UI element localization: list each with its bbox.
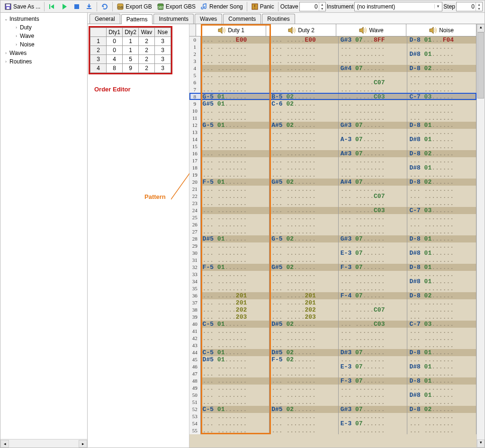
tracker-cell[interactable]: ... ........ (339, 242, 408, 250)
tracker-cell[interactable]: ... ........ (269, 385, 339, 392)
tracker-row[interactable]: 4... ........... ........G#4 07......D-8… (189, 65, 476, 72)
sidebar-hscroll[interactable]: ◂▸ (0, 439, 87, 448)
tracker-cell[interactable]: ... ........ (201, 420, 270, 427)
tracker-cell[interactable]: ... ........ (407, 214, 476, 221)
expand-icon[interactable]: › (14, 42, 19, 47)
scroll-left-icon[interactable]: ◂ (0, 440, 9, 448)
tracker-cell[interactable]: ... ........ (201, 207, 270, 214)
tracker-row[interactable]: 13... ........... ........... ..........… (189, 129, 476, 136)
tracker-cell[interactable]: ... ........ (201, 342, 270, 349)
tracker-cell[interactable]: D#5 01...... (201, 235, 270, 242)
tracker-row[interactable]: 46... ........... ........E-3 07......D#… (189, 363, 476, 370)
tracker-cell[interactable]: ... ........ (201, 150, 270, 157)
panic-button[interactable]: ! Panic (249, 2, 276, 11)
tracker-cell[interactable]: ... ........ (269, 363, 339, 370)
tracker-cell[interactable]: D#8 01...... (407, 250, 476, 257)
tab-waves[interactable]: Waves (195, 14, 222, 24)
tracker-cell[interactable]: ... ........ (407, 157, 476, 164)
tracker-row[interactable]: 44C-5 01......D#5 02......D#3 07......D-… (189, 349, 476, 356)
tracker-row[interactable]: 23... ........... ........... ..........… (189, 200, 476, 207)
octave-input[interactable] (300, 3, 319, 10)
tracker-cell[interactable]: ... ........ (339, 44, 408, 51)
tracker-cell[interactable]: ... ........ (269, 136, 339, 143)
tracker-row[interactable]: 36... .....201... .....201F-4 07......D-… (189, 292, 476, 299)
channel-header-duty2[interactable]: Duty 2 (266, 24, 336, 36)
tracker-cell[interactable]: ... ........ (201, 257, 270, 264)
tracker-cell[interactable]: D-8 02...... (407, 292, 476, 299)
tracker-cell[interactable]: ... ........ (339, 221, 408, 228)
tracker-cell[interactable]: ... ........ (269, 250, 339, 257)
tracker-cell[interactable]: ... .....C07 (339, 306, 408, 314)
tracker-cell[interactable]: ... ........ (201, 271, 270, 278)
tracker-cell[interactable]: ... ........ (269, 328, 339, 335)
tracker-cell[interactable]: ... ........ (339, 143, 408, 150)
tracker-cell[interactable]: ... ........ (201, 377, 270, 385)
tracker-body[interactable]: 0... .....E00... .....E00G#3 07...8FFD-8… (189, 36, 476, 448)
tracker-cell[interactable]: ... ........ (269, 420, 339, 427)
tracker-cell[interactable]: D#8 01...... (407, 278, 476, 285)
tracker-cell[interactable]: D-8 02...... (407, 406, 476, 413)
tracker-cell[interactable]: ... ........ (201, 171, 270, 179)
tracker-row[interactable]: 25... ........... ........... ..........… (189, 214, 476, 221)
tracker-cell[interactable]: ... ........ (269, 342, 339, 349)
tracker-cell[interactable]: ... ........ (269, 108, 339, 115)
tracker-row[interactable]: 55... ........... ........... ..........… (189, 427, 476, 434)
tracker-row[interactable]: 20F-5 01......G#5 02......A#4 07......D-… (189, 179, 476, 186)
tracker-cell[interactable]: ... ........ (201, 242, 270, 250)
tracker-cell[interactable]: ... ........ (269, 271, 339, 278)
tracker-cell[interactable]: ... ........ (269, 278, 339, 285)
tracker-cell[interactable]: ... ........ (269, 44, 339, 51)
tracker-row[interactable]: 6... ........... ........... .....C07...… (189, 79, 476, 86)
tracker-row[interactable]: 35... ........... ........... ..........… (189, 285, 476, 292)
tracker-cell[interactable]: ... ........ (201, 370, 270, 377)
tracker-cell[interactable]: ... ........ (201, 335, 270, 342)
tracker-row[interactable]: 54... ........... ........E-3 07........… (189, 420, 476, 427)
tracker-cell[interactable]: F-4 07...... (339, 292, 408, 299)
tracker-cell[interactable]: ... ........ (339, 108, 408, 115)
tracker-cell[interactable]: ... ........ (407, 356, 476, 363)
tracker-cell[interactable]: ... ........ (339, 129, 408, 136)
tracker-row[interactable]: 27... ........... ........... ..........… (189, 228, 476, 235)
tracker-cell[interactable]: G#3 07...... (339, 406, 408, 413)
tracker-cell[interactable]: D-8 01...... (407, 377, 476, 385)
tracker-cell[interactable]: F-5 01...... (201, 264, 270, 271)
chevron-up-icon[interactable]: ▲ (476, 2, 482, 7)
tracker-row[interactable]: 33... ........... ........... ..........… (189, 271, 476, 278)
tracker-cell[interactable]: ... ........ (269, 58, 339, 65)
tracker-cell[interactable]: ... ........ (269, 129, 339, 136)
tracker-cell[interactable]: ... ........ (201, 193, 270, 200)
tracker-cell[interactable]: ... ........ (339, 285, 408, 292)
tracker-cell[interactable]: ... .....C03 (339, 207, 408, 214)
tracker-cell[interactable]: ... ........ (407, 186, 476, 193)
tab-routines[interactable]: Routines (262, 14, 295, 24)
tracker-cell[interactable]: ... ........ (407, 328, 476, 335)
tracker-cell[interactable]: ... .....C07 (339, 79, 408, 86)
tracker-row[interactable]: 52C-5 01......D#5 02......G#3 07......D-… (189, 406, 476, 413)
tracker-cell[interactable]: ... ........ (269, 221, 339, 228)
tracker-row[interactable]: 17... ........... ........... ..........… (189, 157, 476, 164)
tracker-cell[interactable]: ... ........ (407, 129, 476, 136)
tracker-cell[interactable]: C-7 03...... (407, 207, 476, 214)
tracker-cell[interactable]: D#8 01...... (407, 51, 476, 58)
instrument-combo[interactable]: (no instrument) ▼ (354, 2, 442, 11)
tracker-cell[interactable]: G-5 01...... (201, 93, 270, 100)
loop-button[interactable] (99, 2, 110, 11)
tracker-row[interactable]: 18... ........... ........... ........D#… (189, 164, 476, 171)
tracker-row[interactable]: 39... .....203... .....203... ..........… (189, 314, 476, 321)
tracker-cell[interactable]: D-8 02...... (407, 179, 476, 186)
tracker-row[interactable]: 49... ........... ........... ..........… (189, 385, 476, 392)
tracker-cell[interactable]: ... ........ (407, 115, 476, 122)
tracker-cell[interactable]: ... ........ (339, 427, 408, 434)
tracker-cell[interactable]: ... ........ (407, 100, 476, 108)
tracker-cell[interactable]: ... .....E00 (269, 36, 339, 44)
tracker-cell[interactable]: C-5 01...... (201, 349, 270, 356)
tree-node-duty[interactable]: ›Duty (0, 23, 87, 32)
scroll-up-icon[interactable]: ▴ (477, 24, 485, 32)
tracker-cell[interactable]: ... ........ (201, 363, 270, 370)
tracker-row[interactable]: 3... ........... ........... ...........… (189, 58, 476, 65)
tracker-cell[interactable]: ... ........ (201, 413, 270, 420)
chevron-down-icon[interactable]: ▼ (434, 4, 441, 9)
tracker-cell[interactable]: ... ........ (269, 51, 339, 58)
tracker-cell[interactable]: ... ........ (201, 129, 270, 136)
tracker-cell[interactable]: ... ........ (269, 164, 339, 171)
